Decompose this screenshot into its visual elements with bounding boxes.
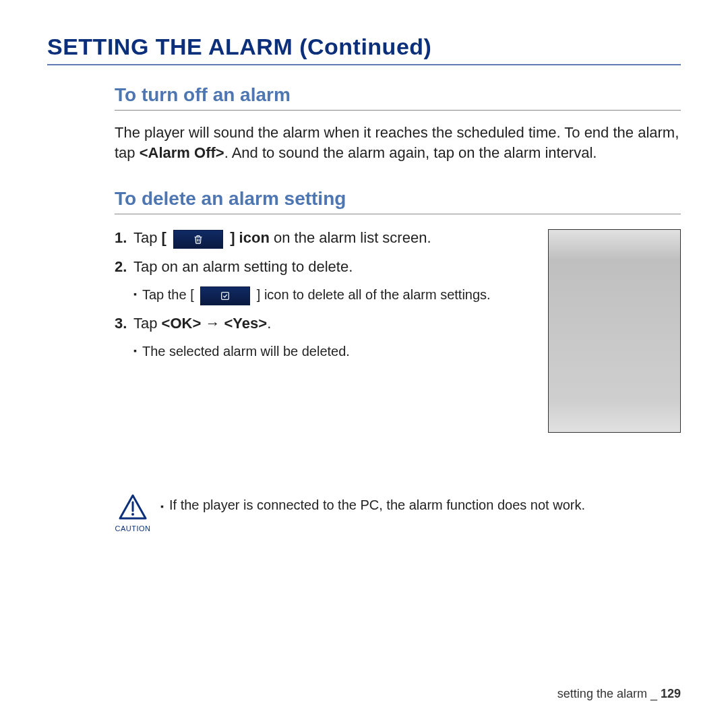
step-2: 2. Tap on an alarm setting to delete. [115, 255, 535, 278]
alarm-off-label: <Alarm Off> [140, 144, 224, 161]
caution-text: If the player is connected to the PC, th… [160, 493, 585, 515]
section-body-turn-off: The player will sound the alarm when it … [115, 123, 681, 162]
caution-icon [118, 493, 148, 523]
text-fragment: The selected alarm will be deleted. [142, 341, 350, 361]
section-heading-turn-off: To turn off an alarm [115, 84, 681, 111]
icon-word: icon [235, 229, 270, 246]
step-text: Tap on an alarm setting to delete. [133, 255, 535, 278]
page-number: 129 [661, 687, 681, 700]
text-fragment: Tap [133, 229, 162, 246]
text-fragment: on the alarm list screen. [270, 229, 431, 246]
device-screenshot-placeholder [548, 229, 681, 433]
step-3-sub-bullet: The selected alarm will be deleted. [133, 341, 535, 361]
text-fragment: Tap the [ [142, 287, 194, 302]
text-fragment: Tap [133, 315, 162, 332]
text-fragment: . And to sound the alarm again, tap on t… [224, 144, 597, 161]
svg-point-2 [131, 513, 134, 516]
step-number: 1. [115, 226, 133, 249]
step-2-sub-bullet: Tap the [ ] icon to delete all of the al… [133, 284, 535, 305]
bracket: ] [230, 229, 235, 246]
check-all-icon [200, 286, 250, 305]
caution-label: CAUTION [115, 524, 151, 533]
page-footer: setting the alarm _ 129 [557, 687, 681, 701]
bracket: [ [162, 229, 166, 246]
text-fragment: If the player is connected to the PC, th… [169, 497, 585, 515]
page-title: SETTING THE ALARM (Continued) [47, 34, 681, 65]
content-section: To turn off an alarm The player will sou… [47, 84, 681, 533]
step-number: 3. [115, 312, 133, 334]
section-heading-delete: To delete an alarm setting [115, 188, 681, 214]
text-fragment: ] icon to delete all of the alarm settin… [257, 287, 491, 302]
step-3: 3. Tap <OK> → <Yes>. [115, 312, 535, 334]
ok-yes-label: <OK> → <Yes> [162, 315, 268, 332]
step-number: 2. [115, 255, 133, 278]
text-fragment: . [267, 315, 271, 332]
svg-rect-0 [222, 293, 229, 300]
step-1: 1. Tap [ ] icon on the alarm list screen… [115, 226, 535, 249]
document-page: SETTING THE ALARM (Continued) To turn of… [0, 0, 728, 728]
step-list: 1. Tap [ ] icon on the alarm list screen… [115, 226, 535, 368]
footer-section-label: setting the alarm _ [557, 687, 661, 700]
trash-icon [173, 230, 223, 249]
caution-block: CAUTION If the player is connected to th… [115, 493, 681, 533]
